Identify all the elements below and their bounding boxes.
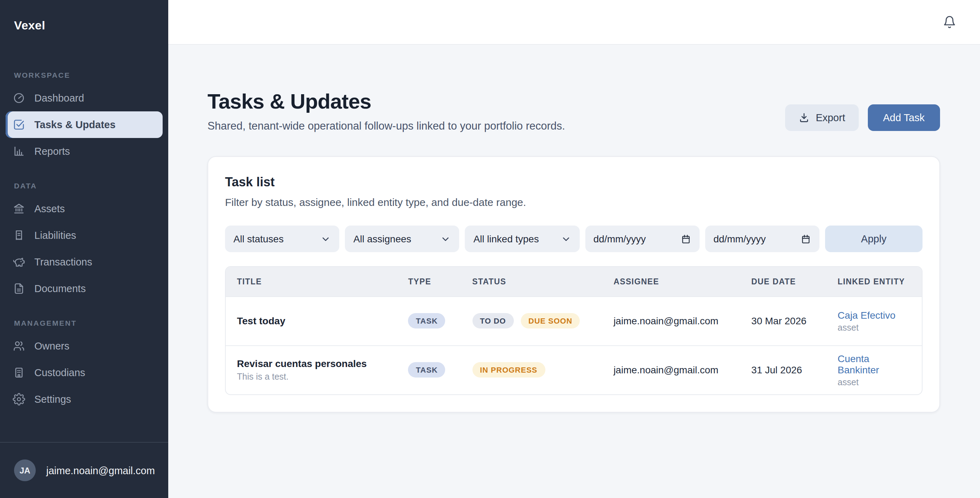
col-linked-entity: LINKED ENTITY	[826, 267, 922, 296]
status-cell: TO DO DUE SOON	[472, 313, 591, 328]
page-subtitle: Shared, tenant-wide operational follow-u…	[207, 120, 565, 132]
due-date: 31 Jul 2026	[751, 365, 802, 376]
section-label-workspace: WORKSPACE	[14, 71, 162, 79]
sidebar-item-label: Dashboard	[34, 92, 84, 104]
section-label-data: DATA	[14, 181, 162, 190]
bell-icon	[943, 16, 956, 29]
sidebar-item-label: Transactions	[34, 256, 92, 268]
sidebar-item-label: Custodians	[34, 367, 85, 378]
type-badge: TASK	[408, 313, 445, 328]
status-filter-value: All statuses	[234, 233, 283, 244]
sidebar-item-label: Settings	[34, 393, 71, 405]
due-date: 30 Mar 2026	[751, 315, 807, 327]
page-title: Tasks & Updates	[207, 90, 565, 113]
chevron-down-icon	[441, 233, 451, 244]
assignee-filter-value: All assignees	[353, 233, 411, 244]
date-to-placeholder: dd/mm/yyyy	[713, 233, 765, 244]
col-title: TITLE	[226, 267, 397, 296]
table-row: Revisar cuentas personales This is a tes…	[226, 345, 922, 394]
sidebar-item-settings[interactable]: Settings	[6, 386, 162, 412]
sidebar-item-label: Documents	[34, 283, 86, 294]
sidebar-item-documents[interactable]: Documents	[6, 275, 162, 302]
linked-entity-type: asset	[838, 322, 911, 332]
piggy-bank-icon	[13, 256, 25, 268]
page-content: Tasks & Updates Shared, tenant-wide oper…	[168, 45, 980, 498]
sidebar-item-label: Liabilities	[34, 230, 76, 241]
col-type: TYPE	[397, 267, 461, 296]
avatar: JA	[14, 460, 36, 481]
check-square-icon	[13, 118, 25, 131]
table-header-row: TITLE TYPE STATUS ASSIGNEE DUE DATE LINK…	[226, 267, 922, 296]
sidebar-item-transactions[interactable]: Transactions	[6, 249, 162, 275]
sidebar: Vexel WORKSPACE Dashboard Tasks & Update…	[0, 0, 168, 498]
card-title: Task list	[225, 175, 923, 190]
sidebar-item-assets[interactable]: Assets	[6, 195, 162, 222]
topbar	[168, 0, 980, 45]
export-button[interactable]: Export	[785, 105, 858, 131]
sidebar-item-label: Tasks & Updates	[34, 119, 116, 130]
add-task-button[interactable]: Add Task	[867, 105, 940, 131]
page-title-block: Tasks & Updates Shared, tenant-wide oper…	[207, 90, 565, 132]
calendar-icon	[680, 233, 691, 244]
users-icon	[13, 340, 25, 352]
linked-entity-link[interactable]: Cuenta Bankinter	[838, 353, 879, 376]
user-chip[interactable]: JA jaime.noain@gmail.com	[0, 442, 168, 498]
col-due-date: DUE DATE	[740, 267, 826, 296]
sidebar-item-tasks-updates[interactable]: Tasks & Updates	[6, 111, 162, 138]
chevron-down-icon	[560, 233, 571, 244]
task-table: TITLE TYPE STATUS ASSIGNEE DUE DATE LINK…	[225, 266, 923, 395]
task-list-card: Task list Filter by status, assignee, li…	[207, 156, 940, 412]
sidebar-item-dashboard[interactable]: Dashboard	[6, 85, 162, 111]
chevron-down-icon	[320, 233, 331, 244]
add-task-label: Add Task	[883, 112, 924, 123]
sidebar-item-liabilities[interactable]: Liabilities	[6, 222, 162, 249]
calendar-icon	[800, 233, 811, 244]
app: Vexel WORKSPACE Dashboard Tasks & Update…	[0, 0, 980, 498]
table-row: Test today TASK TO DO DUE SOON jaime.no	[226, 296, 922, 345]
due-soon-badge: DUE SOON	[521, 313, 580, 328]
linked-type-filter-value: All linked types	[474, 233, 539, 244]
date-from-input[interactable]: dd/mm/yyyy	[585, 225, 699, 252]
gear-icon	[13, 393, 25, 406]
section-label-management: MANAGEMENT	[14, 319, 162, 327]
sidebar-item-reports[interactable]: Reports	[6, 138, 162, 165]
type-badge: TASK	[408, 362, 445, 378]
page-actions: Export Add Task	[785, 105, 940, 132]
card-subtitle: Filter by status, assignee, linked entit…	[225, 196, 923, 208]
apply-button[interactable]: Apply	[825, 225, 923, 252]
sidebar-item-custodians[interactable]: Custodians	[6, 359, 162, 386]
bank-icon	[13, 202, 25, 215]
notifications-button[interactable]	[943, 16, 956, 29]
assignee: jaime.noain@gmail.com	[613, 365, 718, 376]
building-icon	[13, 366, 25, 379]
status-badge: TO DO	[472, 313, 514, 328]
app-logo: Vexel	[0, 0, 168, 54]
date-from-placeholder: dd/mm/yyyy	[593, 233, 646, 244]
task-note: This is a test.	[237, 372, 386, 382]
export-label: Export	[816, 112, 845, 123]
col-status: STATUS	[461, 267, 602, 296]
page-header: Tasks & Updates Shared, tenant-wide oper…	[207, 90, 940, 132]
sidebar-item-owners[interactable]: Owners	[6, 333, 162, 359]
bar-chart-icon	[13, 145, 25, 158]
sidebar-item-label: Assets	[34, 203, 65, 214]
status-cell: IN PROGRESS	[472, 362, 591, 378]
task-title: Revisar cuentas personales	[237, 358, 386, 370]
main-area: Tasks & Updates Shared, tenant-wide oper…	[168, 0, 980, 498]
date-to-input[interactable]: dd/mm/yyyy	[705, 225, 819, 252]
col-assignee: ASSIGNEE	[602, 267, 740, 296]
assignee-filter-select[interactable]: All assignees	[345, 225, 459, 252]
linked-entity-link[interactable]: Caja Efectivo	[838, 309, 896, 320]
sidebar-nav: WORKSPACE Dashboard Tasks & Updates Repo…	[0, 54, 168, 442]
linked-type-filter-select[interactable]: All linked types	[465, 225, 579, 252]
status-filter-select[interactable]: All statuses	[225, 225, 339, 252]
gauge-icon	[13, 92, 25, 105]
sidebar-item-label: Reports	[34, 146, 70, 157]
user-email: jaime.noain@gmail.com	[46, 465, 155, 476]
receipt-icon	[13, 229, 25, 242]
assignee: jaime.noain@gmail.com	[613, 315, 718, 327]
task-title: Test today	[237, 315, 386, 327]
document-icon	[13, 282, 25, 295]
sidebar-item-label: Owners	[34, 340, 69, 352]
status-badge: IN PROGRESS	[472, 362, 545, 378]
